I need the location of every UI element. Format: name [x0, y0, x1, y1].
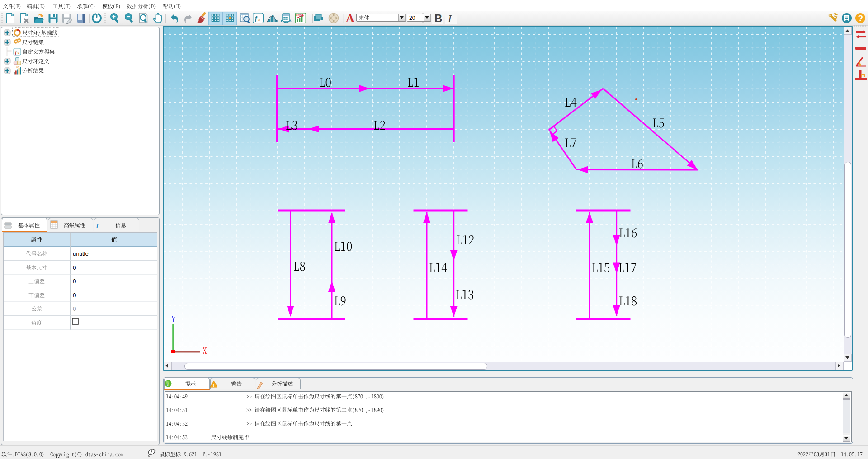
- svg-text:!: !: [213, 383, 214, 388]
